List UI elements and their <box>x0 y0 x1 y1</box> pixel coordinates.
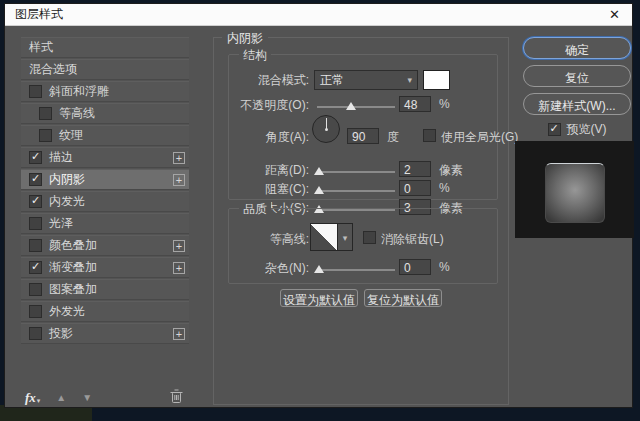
choke-label: 阻塞(C): <box>229 181 309 198</box>
effects-list: 样式 混合选项 斜面和浮雕 等高线 纹理 描边+ 内阴影+ 内发光 光泽 颜色叠… <box>21 37 189 345</box>
slider-thumb[interactable] <box>314 265 324 273</box>
style-preview-box <box>515 141 634 238</box>
new-style-button[interactable]: 新建样式(W)... <box>523 93 631 115</box>
checkbox-unchecked[interactable] <box>29 85 42 98</box>
sidebar-item-satin[interactable]: 光泽 <box>21 213 189 234</box>
angle-dial[interactable] <box>312 115 340 143</box>
sidebar-item-outer-glow[interactable]: 外发光 <box>21 301 189 322</box>
choke-row: 阻塞(C): 0 % <box>229 179 497 199</box>
checkbox-checked[interactable] <box>29 173 42 186</box>
blend-mode-row: 混合模式: 正常 ▾ <box>229 70 497 90</box>
move-effect-down-icon[interactable]: ▼ <box>82 392 92 403</box>
use-global-light-checkbox[interactable] <box>423 129 436 142</box>
choke-input[interactable]: 0 <box>399 180 431 196</box>
checkbox-unchecked[interactable] <box>29 305 42 318</box>
reset-button[interactable]: 复位 <box>523 65 631 87</box>
add-effect-icon[interactable]: + <box>173 328 185 340</box>
sidebar-item-inner-shadow[interactable]: 内阴影+ <box>21 169 189 190</box>
contour-row: 等高线: ▾ 消除锯齿(L) <box>229 223 497 253</box>
checkbox-unchecked[interactable] <box>29 217 42 230</box>
ok-button[interactable]: 确定 <box>523 37 631 59</box>
noise-input[interactable]: 0 <box>399 259 431 275</box>
checkbox-unchecked[interactable] <box>39 107 52 120</box>
delete-effect-icon[interactable] <box>170 389 183 407</box>
inner-shadow-panel: 内阴影 结构 混合模式: 正常 ▾ 不透明度(O): 48 % 角度(A): <box>213 37 509 405</box>
add-effect-icon[interactable]: + <box>173 262 185 274</box>
contour-picker[interactable] <box>310 223 338 251</box>
chevron-down-icon: ▾ <box>407 75 412 85</box>
effects-list-footer: fx ▾ ▲ ▼ <box>21 388 189 407</box>
sidebar-item-label: 等高线 <box>59 105 95 122</box>
layer-style-dialog: 图层样式 ✕ 样式 混合选项 斜面和浮雕 等高线 纹理 描边+ 内阴影+ 内发光… <box>4 3 633 408</box>
angle-label: 角度(A): <box>229 129 309 146</box>
slider-thumb[interactable] <box>314 186 324 194</box>
add-effect-icon[interactable]: + <box>173 240 185 252</box>
sidebar-item-label: 内发光 <box>49 193 85 210</box>
opacity-unit: % <box>439 97 450 111</box>
sidebar-item-label: 图案叠加 <box>49 281 97 298</box>
choke-unit: % <box>439 181 450 195</box>
checkbox-unchecked[interactable] <box>29 327 42 340</box>
sidebar-item-styles[interactable]: 样式 <box>21 37 189 58</box>
checkbox-unchecked[interactable] <box>29 239 42 252</box>
sidebar-item-label: 颜色叠加 <box>49 237 97 254</box>
noise-row: 杂色(N): 0 % <box>229 258 497 278</box>
fx-icon[interactable]: fx <box>25 390 36 406</box>
blend-mode-label: 混合模式: <box>229 72 309 89</box>
noise-slider[interactable] <box>317 267 395 275</box>
sidebar-item-texture[interactable]: 纹理 <box>21 125 189 146</box>
add-effect-icon[interactable]: + <box>173 174 185 186</box>
sidebar-item-label: 斜面和浮雕 <box>49 83 109 100</box>
sidebar-item-label: 光泽 <box>49 215 73 232</box>
preview-label: 预览(V) <box>567 121 607 138</box>
distance-label: 距离(D): <box>229 162 309 179</box>
sidebar-item-pattern-overlay[interactable]: 图案叠加 <box>21 279 189 300</box>
contour-label: 等高线: <box>229 231 309 248</box>
dialog-actions: 确定 复位 新建样式(W)... 预览(V) <box>523 37 631 138</box>
opacity-label: 不透明度(O): <box>229 97 309 114</box>
sidebar-item-label: 渐变叠加 <box>49 259 97 276</box>
noise-label: 杂色(N): <box>229 260 309 277</box>
checkbox-unchecked[interactable] <box>29 283 42 296</box>
close-icon[interactable]: ✕ <box>609 8 620 21</box>
opacity-row: 不透明度(O): 48 % <box>229 95 497 115</box>
add-effect-icon[interactable]: + <box>173 152 185 164</box>
sidebar-item-drop-shadow[interactable]: 投影+ <box>21 323 189 344</box>
make-default-button[interactable]: 设置为默认值 <box>280 289 358 307</box>
sidebar-item-color-overlay[interactable]: 颜色叠加+ <box>21 235 189 256</box>
style-preview-thumbnail <box>545 163 605 223</box>
choke-slider[interactable] <box>317 188 395 196</box>
checkbox-checked[interactable] <box>29 151 42 164</box>
move-effect-up-icon[interactable]: ▲ <box>56 392 66 403</box>
sidebar-item-stroke[interactable]: 描边+ <box>21 147 189 168</box>
opacity-input[interactable]: 48 <box>399 96 431 112</box>
blend-mode-value: 正常 <box>320 72 344 89</box>
opacity-slider[interactable] <box>317 104 395 112</box>
sidebar-item-gradient-overlay[interactable]: 渐变叠加+ <box>21 257 189 278</box>
structure-legend: 结构 <box>239 47 271 64</box>
anti-alias-checkbox[interactable] <box>363 231 376 244</box>
blend-mode-select[interactable]: 正常 ▾ <box>314 70 418 90</box>
preview-checkbox[interactable] <box>548 123 561 136</box>
slider-thumb[interactable] <box>346 102 356 110</box>
sidebar-item-contour[interactable]: 等高线 <box>21 103 189 124</box>
distance-slider[interactable] <box>317 169 395 177</box>
angle-input[interactable]: 90 <box>347 128 379 144</box>
checkbox-checked[interactable] <box>29 195 42 208</box>
dialog-titlebar[interactable]: 图层样式 ✕ <box>5 4 632 26</box>
slider-thumb[interactable] <box>314 167 324 175</box>
quality-group: 品质 等高线: ▾ 消除锯齿(L) 杂色(N): 0 % <box>228 208 498 284</box>
fx-menu-caret-icon[interactable]: ▾ <box>37 397 41 405</box>
chevron-down-icon[interactable]: ▾ <box>338 223 353 251</box>
sidebar-item-label: 混合选项 <box>29 61 77 78</box>
sidebar-item-blending-options[interactable]: 混合选项 <box>21 59 189 80</box>
sidebar-item-bevel-emboss[interactable]: 斜面和浮雕 <box>21 81 189 102</box>
use-global-light-label: 使用全局光(G) <box>441 129 521 146</box>
panel-title: 内阴影 <box>222 30 268 47</box>
checkbox-unchecked[interactable] <box>39 129 52 142</box>
shadow-color-swatch[interactable] <box>423 70 450 90</box>
distance-input[interactable]: 2 <box>399 161 431 177</box>
sidebar-item-inner-glow[interactable]: 内发光 <box>21 191 189 212</box>
checkbox-checked[interactable] <box>29 261 42 274</box>
reset-default-button[interactable]: 复位为默认值 <box>364 289 442 307</box>
